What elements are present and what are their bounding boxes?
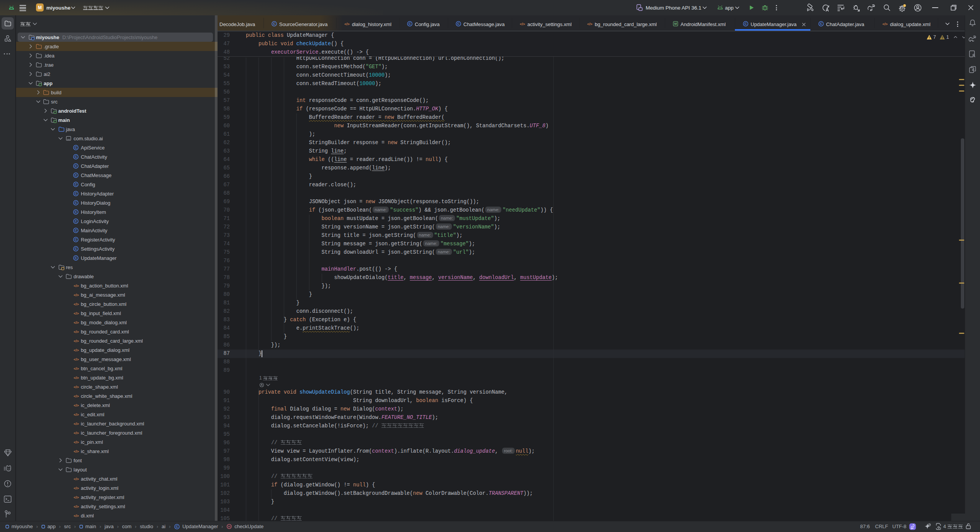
svg-text:M: M	[674, 22, 677, 26]
svg-text:C: C	[75, 192, 77, 195]
svg-text:C: C	[744, 22, 747, 26]
svg-text:C: C	[273, 22, 275, 26]
svg-text:</>: </>	[74, 514, 79, 518]
svg-text:</>: </>	[74, 394, 79, 398]
svg-text:C: C	[75, 247, 77, 251]
svg-text:</>: </>	[74, 311, 79, 315]
svg-text:</>: </>	[74, 486, 79, 490]
svg-text:</>: </>	[74, 348, 79, 352]
svg-text:C: C	[75, 256, 77, 260]
svg-text:</>: </>	[74, 293, 79, 297]
svg-text:</>: </>	[74, 376, 79, 380]
svg-text:C: C	[75, 164, 77, 168]
svg-text:</>: </>	[74, 422, 79, 426]
svg-text:</>: </>	[74, 320, 79, 325]
svg-text:</>: </>	[74, 431, 79, 435]
svg-text:C: C	[176, 525, 178, 529]
svg-text:</>: </>	[74, 330, 79, 334]
svg-text:C: C	[75, 210, 77, 214]
svg-text:</>: </>	[520, 22, 525, 26]
svg-text:</>: </>	[74, 302, 79, 306]
svg-text:C: C	[409, 22, 411, 26]
svg-text:</>: </>	[74, 385, 79, 389]
svg-text:C: C	[75, 155, 77, 159]
svg-text:C: C	[75, 146, 77, 149]
svg-text:</>: </>	[74, 284, 79, 288]
svg-text:C: C	[75, 173, 77, 177]
svg-text:</>: </>	[882, 22, 888, 26]
svg-text:C: C	[75, 182, 77, 186]
svg-text:</>: </>	[74, 449, 79, 453]
svg-text:</>: </>	[74, 477, 79, 481]
svg-text:</>: </>	[344, 22, 350, 26]
svg-text:C: C	[457, 22, 460, 26]
svg-text:</>: </>	[74, 495, 79, 499]
svg-text:</>: </>	[74, 412, 79, 417]
svg-text:</>: </>	[74, 339, 79, 343]
svg-text:C: C	[75, 219, 77, 223]
svg-text:</>: </>	[74, 357, 79, 361]
svg-text:C: C	[75, 201, 77, 205]
svg-text:</>: </>	[74, 440, 79, 444]
svg-text:C: C	[820, 22, 822, 26]
svg-text:</>: </>	[74, 366, 79, 371]
svg-text:</>: </>	[74, 504, 79, 509]
svg-text:C: C	[75, 228, 77, 232]
svg-text:</>: </>	[587, 22, 592, 26]
svg-text:C: C	[75, 238, 77, 241]
svg-text:m: m	[228, 525, 231, 528]
svg-text:</>: </>	[74, 403, 79, 407]
